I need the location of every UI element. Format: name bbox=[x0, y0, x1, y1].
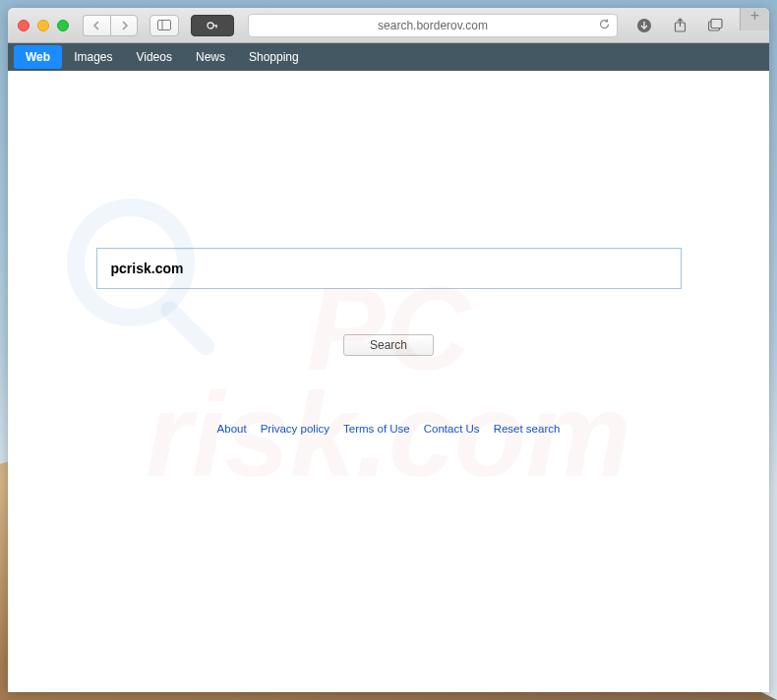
minimize-window-button[interactable] bbox=[37, 20, 49, 31]
share-button[interactable] bbox=[667, 15, 692, 36]
svg-point-2 bbox=[208, 23, 213, 29]
title-bar: search.borderov.com + bbox=[8, 8, 769, 43]
footer-link-about[interactable]: About bbox=[217, 423, 247, 435]
close-window-button[interactable] bbox=[18, 20, 30, 31]
new-tab-button[interactable]: + bbox=[740, 8, 769, 30]
watermark-magnifier-icon bbox=[67, 199, 195, 326]
nav-buttons bbox=[83, 15, 138, 36]
traffic-lights bbox=[18, 20, 69, 31]
footer-link-privacy[interactable]: Privacy policy bbox=[261, 423, 329, 435]
nav-tab-news[interactable]: News bbox=[184, 45, 237, 69]
reload-icon[interactable] bbox=[598, 18, 611, 33]
footer-link-terms[interactable]: Terms of Use bbox=[343, 423, 410, 435]
footer-link-contact[interactable]: Contact Us bbox=[424, 423, 480, 435]
watermark-text: PC risk.com bbox=[8, 71, 769, 692]
search-page: PC risk.com Search About Privacy policy … bbox=[8, 71, 769, 692]
address-bar[interactable]: search.borderov.com bbox=[248, 14, 618, 37]
address-text: search.borderov.com bbox=[378, 19, 488, 32]
svg-rect-0 bbox=[158, 21, 171, 30]
watermark-line1: PC bbox=[307, 275, 471, 381]
footer-links: About Privacy policy Terms of Use Contac… bbox=[8, 423, 769, 435]
nav-tab-videos[interactable]: Videos bbox=[124, 45, 183, 69]
search-category-nav: Web Images Videos News Shopping bbox=[8, 43, 769, 71]
sidebar-toggle-button[interactable] bbox=[149, 15, 179, 36]
footer-link-reset[interactable]: Reset search bbox=[494, 423, 561, 435]
watermark-line2: risk.com bbox=[146, 381, 631, 488]
nav-tab-shopping[interactable]: Shopping bbox=[237, 45, 311, 69]
content-area: Web Images Videos News Shopping PC risk.… bbox=[8, 43, 769, 692]
search-button[interactable]: Search bbox=[343, 334, 434, 356]
downloads-button[interactable] bbox=[631, 15, 657, 36]
tabs-button[interactable] bbox=[702, 15, 728, 36]
password-button[interactable] bbox=[191, 15, 234, 36]
nav-tab-images[interactable]: Images bbox=[62, 45, 124, 69]
back-button[interactable] bbox=[83, 15, 110, 36]
nav-tab-web[interactable]: Web bbox=[14, 45, 62, 69]
right-toolbar bbox=[631, 15, 728, 36]
forward-button[interactable] bbox=[110, 15, 138, 36]
browser-window: search.borderov.com + Web Images Videos … bbox=[8, 8, 769, 692]
maximize-window-button[interactable] bbox=[57, 20, 69, 31]
svg-rect-8 bbox=[711, 20, 722, 29]
